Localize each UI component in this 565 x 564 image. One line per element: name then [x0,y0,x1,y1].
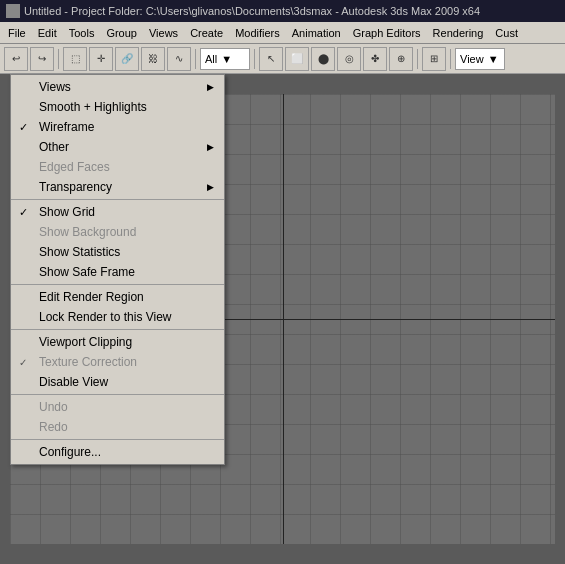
app-icon [6,4,20,18]
menu-item-file[interactable]: File [2,25,32,41]
ctx-item-edit-render-region[interactable]: Edit Render Region [11,287,224,307]
ctx-item-show-statistics[interactable]: Show Statistics [11,242,224,262]
context-menu: Views▶Smooth + HighlightsWireframeOther▶… [10,74,225,465]
ctx-label-views: Views [39,80,71,94]
ctx-label-texture-correction: Texture Correction [39,355,137,369]
menu-separator [11,284,224,285]
ctx-item-show-background: Show Background [11,222,224,242]
select-tool[interactable]: ↖ [259,47,283,71]
ctx-label-configure: Configure... [39,445,101,459]
ctx-item-wireframe[interactable]: Wireframe [11,117,224,137]
menu-separator [11,199,224,200]
menu-bar: FileEditToolsGroupViewsCreateModifiersAn… [0,22,565,44]
ctx-label-undo: Undo [39,400,68,414]
circle-btn[interactable]: ⬤ [311,47,335,71]
title-text: Untitled - Project Folder: C:\Users\gliv… [24,5,480,17]
lasso-btn[interactable]: ✤ [363,47,387,71]
arrow-icon: ▶ [207,82,214,92]
ctx-item-undo: Undo [11,397,224,417]
ctx-label-show-statistics: Show Statistics [39,245,120,259]
arrow-icon: ▶ [207,142,214,152]
menu-item-rendering[interactable]: Rendering [427,25,490,41]
menu-separator [11,439,224,440]
ctx-item-other[interactable]: Other▶ [11,137,224,157]
sep4 [417,49,418,69]
ctx-item-texture-correction: Texture Correction [11,352,224,372]
ctx-label-edged-faces: Edged Faces [39,160,110,174]
ctx-label-transparency: Transparency [39,180,112,194]
fence-btn[interactable]: ◎ [337,47,361,71]
menu-item-tools[interactable]: Tools [63,25,101,41]
menu-item-modifiers[interactable]: Modifiers [229,25,286,41]
unlink-btn[interactable]: ⛓ [141,47,165,71]
menu-item-cust[interactable]: Cust [489,25,524,41]
ctx-label-show-grid: Show Grid [39,205,95,219]
undo-btn[interactable]: ↩ [4,47,28,71]
chevron-down-icon2: ▼ [488,53,499,65]
title-bar: Untitled - Project Folder: C:\Users\gliv… [0,0,565,22]
ctx-label-wireframe: Wireframe [39,120,94,134]
ctx-label-edit-render-region: Edit Render Region [39,290,144,304]
redo-btn[interactable]: ↪ [30,47,54,71]
ctx-item-configure[interactable]: Configure... [11,442,224,462]
paint-btn[interactable]: ⊕ [389,47,413,71]
menu-item-edit[interactable]: Edit [32,25,63,41]
ctx-label-other: Other [39,140,69,154]
window-btn[interactable]: ⊞ [422,47,446,71]
sep2 [195,49,196,69]
ctx-label-show-safe-frame: Show Safe Frame [39,265,135,279]
toolbar: ↩ ↪ ⬚ ✛ 🔗 ⛓ ∿ All ▼ ↖ ⬜ ⬤ ◎ ✤ ⊕ ⊞ View ▼ [0,44,565,74]
menu-item-animation[interactable]: Animation [286,25,347,41]
menu-item-group[interactable]: Group [100,25,143,41]
chevron-down-icon: ▼ [221,53,232,65]
bind-btn[interactable]: ∿ [167,47,191,71]
ctx-label-viewport-clipping: Viewport Clipping [39,335,132,349]
ctx-label-disable-view: Disable View [39,375,108,389]
ctx-label-smooth: Smooth + Highlights [39,100,147,114]
menu-separator [11,329,224,330]
ctx-item-redo: Redo [11,417,224,437]
ctx-item-disable-view[interactable]: Disable View [11,372,224,392]
view-dropdown[interactable]: View ▼ [455,48,505,70]
selection-filter-dropdown[interactable]: All ▼ [200,48,250,70]
ctx-label-show-background: Show Background [39,225,136,239]
menu-separator [11,394,224,395]
arrow-icon: ▶ [207,182,214,192]
ctx-item-transparency[interactable]: Transparency▶ [11,177,224,197]
move-btn[interactable]: ✛ [89,47,113,71]
ctx-item-show-safe-frame[interactable]: Show Safe Frame [11,262,224,282]
ctx-label-lock-render: Lock Render to this View [39,310,172,324]
region-btn[interactable]: ⬜ [285,47,309,71]
sep1 [58,49,59,69]
menu-item-create[interactable]: Create [184,25,229,41]
sep5 [450,49,451,69]
link-btn[interactable]: 🔗 [115,47,139,71]
ctx-item-views[interactable]: Views▶ [11,77,224,97]
select-btn[interactable]: ⬚ [63,47,87,71]
ctx-item-show-grid[interactable]: Show Grid [11,202,224,222]
menu-item-graph-editors[interactable]: Graph Editors [347,25,427,41]
ctx-item-smooth[interactable]: Smooth + Highlights [11,97,224,117]
ctx-item-edged-faces: Edged Faces [11,157,224,177]
menu-item-views[interactable]: Views [143,25,184,41]
ctx-item-viewport-clipping[interactable]: Viewport Clipping [11,332,224,352]
ctx-item-lock-render[interactable]: Lock Render to this View [11,307,224,327]
center-vertical-line [283,94,284,544]
ctx-label-redo: Redo [39,420,68,434]
sep3 [254,49,255,69]
